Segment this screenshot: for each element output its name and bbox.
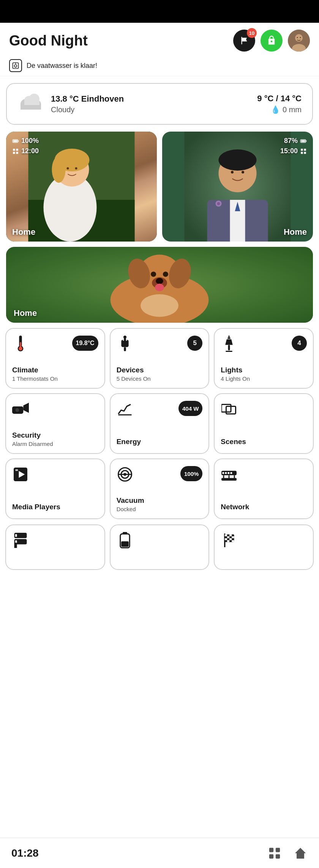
svg-rect-27 <box>16 149 18 151</box>
person1-battery: 100% <box>12 137 39 145</box>
person1-left-stats: 100% 12:00 <box>12 137 39 155</box>
svg-rect-88 <box>228 472 230 474</box>
tile-scenes[interactable]: Scenes <box>214 393 314 454</box>
rain-drop-icon: 💧 <box>271 105 280 114</box>
tile-energy[interactable]: 404 W Energy <box>110 393 210 454</box>
tile-devices-title: Devices <box>117 366 203 374</box>
svg-rect-25 <box>13 140 17 142</box>
tile-bt2-top <box>117 532 203 549</box>
svg-point-57 <box>141 294 178 317</box>
tile-network-title: Network <box>221 503 307 511</box>
lock-button[interactable] <box>261 30 283 52</box>
tile-lights-subtitle: 4 Lights On <box>221 375 307 382</box>
tile-devices[interactable]: 5 Devices 5 Devices On <box>110 328 210 389</box>
weather-left: 13.8 °C Eindhoven Cloudy <box>17 92 124 116</box>
svg-rect-95 <box>15 534 17 537</box>
svg-point-37 <box>242 171 244 174</box>
status-bar <box>0 0 319 23</box>
svg-point-39 <box>217 202 220 205</box>
tile-devices-bottom: Devices 5 Devices On <box>117 366 203 382</box>
svg-point-56 <box>155 284 164 291</box>
tile-vacuum[interactable]: 100% Vacuum Docked <box>110 458 210 519</box>
home-nav-button[interactable] <box>293 846 308 860</box>
server-icon <box>12 532 29 549</box>
lock-icon <box>266 35 277 46</box>
svg-point-22 <box>75 167 77 170</box>
battery-half-icon <box>117 532 133 549</box>
svg-rect-87 <box>225 472 227 474</box>
svg-marker-116 <box>295 848 306 858</box>
svg-rect-89 <box>231 472 232 474</box>
person-card-2[interactable]: 87% 15:00 Home <box>162 132 313 242</box>
lamp-icon <box>221 336 237 352</box>
header-icons: 10 <box>233 30 310 52</box>
svg-rect-45 <box>301 152 303 154</box>
svg-rect-43 <box>301 149 303 151</box>
tile-bt2[interactable] <box>110 524 210 570</box>
svg-rect-66 <box>126 338 127 341</box>
svg-rect-63 <box>121 340 128 347</box>
svg-rect-44 <box>304 149 306 151</box>
person1-label: Home <box>12 227 35 237</box>
bottom-nav: 01:28 <box>0 838 319 868</box>
grid-nav-button[interactable] <box>267 846 282 860</box>
svg-rect-14 <box>24 100 39 105</box>
tile-climate[interactable]: 19.8°C Climate 1 Thermostats On <box>5 328 105 389</box>
tile-security-title: Security <box>12 431 98 439</box>
person2-overlay: 87% 15:00 <box>162 132 313 160</box>
tile-vacuum-bottom: Vacuum Docked <box>117 496 203 512</box>
svg-rect-104 <box>225 534 227 536</box>
person2-label: Home <box>284 227 307 237</box>
notification-badge: 10 <box>247 28 257 38</box>
tile-vacuum-title: Vacuum <box>117 496 203 505</box>
dog-card[interactable]: Home <box>6 247 313 323</box>
svg-rect-80 <box>16 469 18 471</box>
tile-lights[interactable]: 4 Lights 4 Lights On <box>214 328 314 389</box>
play-icon <box>12 466 29 483</box>
avatar[interactable] <box>288 30 310 52</box>
svg-rect-29 <box>16 152 18 154</box>
svg-point-21 <box>67 167 69 170</box>
tile-bt1[interactable] <box>5 524 105 570</box>
svg-rect-70 <box>228 345 230 350</box>
tile-scenes-top <box>221 401 307 418</box>
tile-network[interactable]: Network <box>214 458 314 519</box>
tile-climate-subtitle: 1 Thermostats On <box>12 375 98 382</box>
header: Good Night 10 <box>0 23 319 55</box>
vacuum-icon <box>117 466 133 483</box>
svg-rect-108 <box>225 538 227 540</box>
svg-point-52 <box>151 272 156 277</box>
weather-right: 9 °C / 14 °C 💧 0 mm <box>257 94 302 114</box>
clock-display: 01:28 <box>11 847 39 859</box>
svg-rect-42 <box>301 140 305 142</box>
svg-rect-11 <box>21 104 41 110</box>
svg-rect-107 <box>232 536 234 538</box>
tile-bt3-top <box>221 532 307 549</box>
thermometer-icon <box>12 336 29 352</box>
svg-rect-105 <box>229 534 232 536</box>
tile-bt3[interactable] <box>214 524 314 570</box>
flag-button[interactable]: 10 <box>233 30 255 52</box>
svg-rect-114 <box>269 854 273 858</box>
person-card-1[interactable]: 100% 12:00 Home <box>6 132 157 242</box>
flag-icon <box>239 36 249 46</box>
tile-security[interactable]: Security Alarm Disarmed <box>5 393 105 454</box>
person2-battery: 87% <box>284 137 307 145</box>
tile-mediaplayers[interactable]: Media Players <box>5 458 105 519</box>
bottom-tile-row <box>0 524 319 608</box>
svg-rect-98 <box>14 543 17 548</box>
tile-energy-top: 404 W <box>117 401 203 418</box>
tile-scenes-bottom: Scenes <box>221 438 307 447</box>
tile-vacuum-subtitle: Docked <box>117 506 203 512</box>
svg-point-4 <box>300 37 301 38</box>
svg-point-3 <box>297 37 298 38</box>
tile-media-title: Media Players <box>12 503 98 511</box>
notification-text: De vaatwasser is klaar! <box>27 62 97 70</box>
dog-photo <box>6 247 313 323</box>
tile-climate-bottom: Climate 1 Thermostats On <box>12 366 98 382</box>
weather-temp-range: 9 °C / 14 °C <box>257 94 302 104</box>
tile-network-top <box>221 466 307 483</box>
svg-point-74 <box>16 408 19 412</box>
svg-rect-65 <box>123 338 124 341</box>
svg-rect-86 <box>223 472 224 474</box>
